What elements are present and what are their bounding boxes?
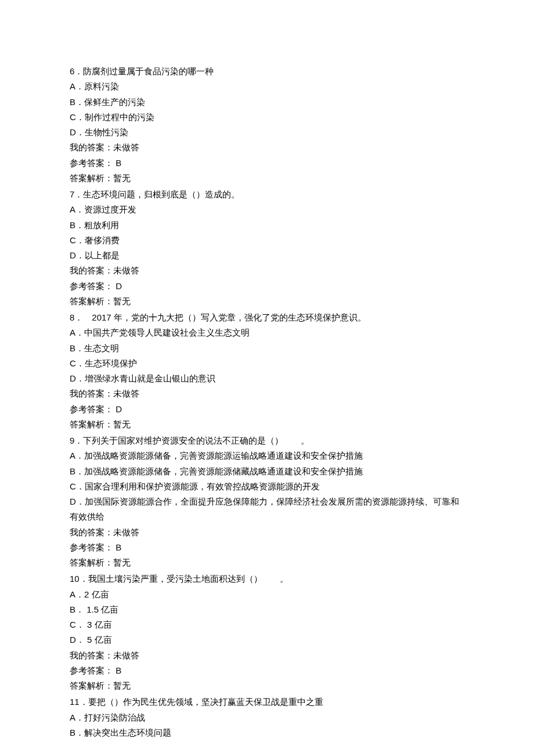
option-d: D．增强绿水青山就是金山银山的意识: [70, 371, 464, 386]
question-text: 8． 2017 年，党的十九大把（）写入党章，强化了党的生态环境保护意识。: [70, 310, 464, 325]
question-8: 8． 2017 年，党的十九大把（）写入党章，强化了党的生态环境保护意识。 A．…: [70, 310, 464, 432]
question-6: 6．防腐剂过量属于食品污染的哪一种 A．原料污染 B．保鲜生产的污染 C．制作过…: [70, 64, 464, 186]
answer-explanation: 答案解析：暂无: [70, 555, 464, 570]
option-a: A．中国共产党领导人民建设社会主义生态文明: [70, 325, 464, 340]
document-page: 6．防腐剂过量属于食品污染的哪一种 A．原料污染 B．保鲜生产的污染 C．制作过…: [0, 0, 534, 756]
option-b: B．保鲜生产的污染: [70, 95, 464, 110]
answer-explanation: 答案解析：暂无: [70, 417, 464, 432]
option-c: C． 3 亿亩: [70, 617, 464, 632]
option-b: B．解决突出生态环境问题: [70, 725, 464, 740]
option-b: B． 1.5 亿亩: [70, 602, 464, 617]
option-c: C．制作过程中的污染: [70, 110, 464, 125]
my-answer: 我的答案：未做答: [70, 525, 464, 540]
my-answer: 我的答案：未做答: [70, 140, 464, 155]
reference-answer: 参考答案： B: [70, 540, 464, 555]
question-text: 7．生态环境问题，归根到底是（）造成的。: [70, 187, 464, 202]
reference-answer: 参考答案： D: [70, 402, 464, 417]
option-c: C．生态环境保护: [70, 356, 464, 371]
my-answer: 我的答案：未做答: [70, 648, 464, 663]
question-text: 10．我国土壤污染严重，受污染土地面积达到（） 。: [70, 571, 464, 586]
question-10: 10．我国土壤污染严重，受污染土地面积达到（） 。 A．2 亿亩 B． 1.5 …: [70, 571, 464, 693]
option-b: B．生态文明: [70, 341, 464, 356]
answer-explanation: 答案解析：暂无: [70, 171, 464, 186]
option-d: D．生物性污染: [70, 125, 464, 140]
option-d: D． 5 亿亩: [70, 632, 464, 647]
option-a: A．打好污染防治战: [70, 710, 464, 725]
answer-explanation: 答案解析：暂无: [70, 294, 464, 309]
option-c: C．国家合理利用和保护资源能源，有效管控战略资源能源的开发: [70, 479, 464, 494]
reference-answer: 参考答案： B: [70, 663, 464, 678]
reference-answer: 参考答案： B: [70, 156, 464, 171]
question-9: 9．下列关于国家对维护资源安全的说法不正确的是（） 。 A．加强战略资源能源储备…: [70, 433, 464, 570]
option-a: A．原料污染: [70, 79, 464, 94]
my-answer: 我的答案：未做答: [70, 263, 464, 278]
question-text: 6．防腐剂过量属于食品污染的哪一种: [70, 64, 464, 79]
question-11: 11．要把（）作为民生优先领域，坚决打赢蓝天保卫战是重中之重 A．打好污染防治战…: [70, 694, 464, 740]
option-d: D．以上都是: [70, 248, 464, 263]
reference-answer: 参考答案： D: [70, 279, 464, 294]
option-a: A．加强战略资源能源储备，完善资源能源运输战略通道建设和安全保护措施: [70, 448, 464, 463]
option-a: A．资源过度开发: [70, 202, 464, 217]
option-a: A．2 亿亩: [70, 587, 464, 602]
answer-explanation: 答案解析：暂无: [70, 678, 464, 693]
option-b: B．加强战略资源能源储备，完善资源能源储藏战略通道建设和安全保护措施: [70, 464, 464, 479]
my-answer: 我的答案：未做答: [70, 386, 464, 401]
option-d: D．加强国际资源能源合作，全面提升应急保障能力，保障经济社会发展所需的资源能源持…: [70, 494, 464, 525]
question-7: 7．生态环境问题，归根到底是（）造成的。 A．资源过度开发 B．粗放利用 C．奢…: [70, 187, 464, 309]
option-b: B．粗放利用: [70, 218, 464, 233]
option-c: C．奢侈消费: [70, 233, 464, 248]
question-text: 11．要把（）作为民生优先领域，坚决打赢蓝天保卫战是重中之重: [70, 694, 464, 710]
question-text: 9．下列关于国家对维护资源安全的说法不正确的是（） 。: [70, 433, 464, 448]
